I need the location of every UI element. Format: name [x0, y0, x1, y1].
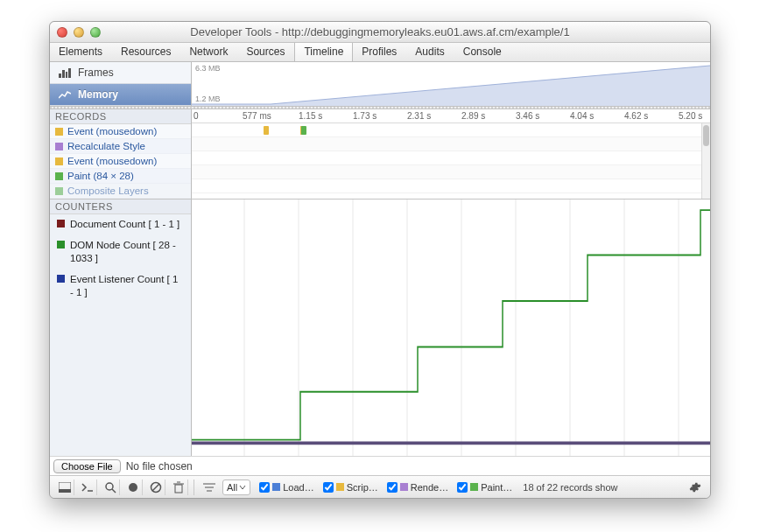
record-item[interactable]: Event (mousedown) — [50, 154, 191, 169]
color-swatch-icon — [400, 483, 408, 491]
color-swatch-icon — [55, 187, 63, 195]
gear-icon[interactable] — [686, 480, 705, 495]
sidebar-modes: Frames Memory — [50, 62, 192, 105]
svg-line-18 — [152, 484, 159, 491]
filter-loading[interactable]: Load… — [259, 482, 313, 493]
color-swatch-icon — [55, 172, 63, 180]
records-sidebar: RECORDS Event (mousedown) Recalculate St… — [50, 109, 192, 199]
overview-row: Frames Memory 6.3 MB 1.2 MB — [50, 62, 710, 106]
bars-icon — [59, 67, 71, 78]
console-toggle-icon[interactable] — [78, 480, 97, 495]
svg-point-14 — [106, 483, 113, 490]
choose-file-button[interactable]: Choose File — [53, 459, 121, 473]
record-item[interactable]: Composite Layers — [50, 184, 191, 199]
color-swatch-icon — [55, 128, 63, 136]
mode-memory-label: Memory — [78, 88, 118, 101]
tab-timeline[interactable]: Timeline — [294, 43, 353, 61]
mode-frames[interactable]: Frames — [50, 62, 191, 84]
counters-chart[interactable] — [192, 200, 710, 456]
color-swatch-icon — [55, 158, 63, 165]
color-swatch-icon — [57, 220, 65, 228]
counters-header: COUNTERS — [50, 200, 191, 214]
devtools-window: Developer Tools - http://debuggingmemory… — [49, 21, 711, 499]
filter-painting[interactable]: Paint… — [457, 482, 512, 493]
record-item[interactable]: Paint (84 × 28) — [50, 169, 191, 184]
tab-elements[interactable]: Elements — [50, 43, 112, 61]
svg-line-15 — [112, 489, 116, 493]
record-item[interactable]: Recalculate Style — [50, 139, 191, 154]
bottom-toolbar: All Load… Scrip… Rende… Paint… 18 of 22 … — [50, 475, 710, 498]
chevron-down-icon — [239, 484, 246, 491]
records-chart[interactable]: 0 577 ms 1.15 s 1.73 s 2.31 s 2.89 s 3.4… — [192, 109, 710, 199]
svg-point-16 — [129, 483, 137, 492]
record-bars — [192, 123, 710, 193]
records-scrollbar[interactable] — [701, 123, 710, 199]
color-swatch-icon — [336, 483, 344, 491]
tab-console[interactable]: Console — [454, 43, 511, 61]
dock-icon[interactable] — [55, 480, 74, 495]
svg-marker-0 — [192, 66, 710, 106]
tab-sources[interactable]: Sources — [237, 43, 294, 61]
counter-event-listeners[interactable]: Event Listener Count [ 1 - 1 ] — [50, 270, 191, 304]
file-status: No file chosen — [126, 460, 193, 472]
color-swatch-icon — [55, 143, 63, 150]
svg-rect-19 — [175, 485, 182, 493]
records-header: RECORDS — [50, 109, 191, 124]
counters-row: COUNTERS Document Count [ 1 - 1 ] DOM No… — [50, 200, 710, 456]
counters-sidebar: COUNTERS Document Count [ 1 - 1 ] DOM No… — [50, 200, 192, 456]
tab-resources[interactable]: Resources — [112, 43, 180, 61]
mode-memory[interactable]: Memory — [50, 84, 191, 106]
panel-tabs: Elements Resources Network Sources Timel… — [50, 43, 710, 62]
memory-max-label: 6.3 MB — [195, 64, 221, 73]
filter-select[interactable]: All — [222, 480, 250, 495]
timeline-ruler: 0 577 ms 1.15 s 1.73 s 2.31 s 2.89 s 3.4… — [192, 109, 710, 123]
tab-audits[interactable]: Audits — [406, 43, 454, 61]
filter-icon[interactable] — [200, 480, 219, 495]
line-chart-icon — [59, 89, 71, 100]
color-swatch-icon — [272, 483, 280, 491]
svg-rect-12 — [59, 489, 71, 493]
window-title: Developer Tools - http://debuggingmemory… — [50, 25, 710, 38]
mode-frames-label: Frames — [78, 66, 114, 79]
record-item[interactable]: Event (mousedown) — [50, 124, 191, 139]
color-swatch-icon — [57, 241, 65, 248]
garbage-icon[interactable] — [169, 480, 188, 495]
record-icon[interactable] — [123, 480, 143, 495]
color-swatch-icon — [57, 275, 65, 283]
filter-rendering[interactable]: Rende… — [387, 482, 448, 493]
memory-overview-graph[interactable]: 6.3 MB 1.2 MB — [192, 62, 710, 105]
counter-dom-nodes[interactable]: DOM Node Count [ 28 - 1033 ] — [50, 235, 191, 270]
filter-scripting[interactable]: Scrip… — [323, 482, 378, 493]
records-status: 18 of 22 records show — [523, 482, 617, 493]
clear-icon[interactable] — [146, 480, 165, 495]
tab-profiles[interactable]: Profiles — [353, 43, 406, 61]
memory-min-label: 1.2 MB — [195, 94, 221, 103]
search-icon[interactable] — [101, 480, 120, 495]
tab-network[interactable]: Network — [180, 43, 237, 61]
file-picker-row: Choose File No file chosen — [50, 456, 710, 475]
counter-document[interactable]: Document Count [ 1 - 1 ] — [50, 214, 191, 235]
color-swatch-icon — [470, 483, 478, 491]
records-row: RECORDS Event (mousedown) Recalculate St… — [50, 109, 710, 200]
titlebar[interactable]: Developer Tools - http://debuggingmemory… — [50, 22, 710, 43]
